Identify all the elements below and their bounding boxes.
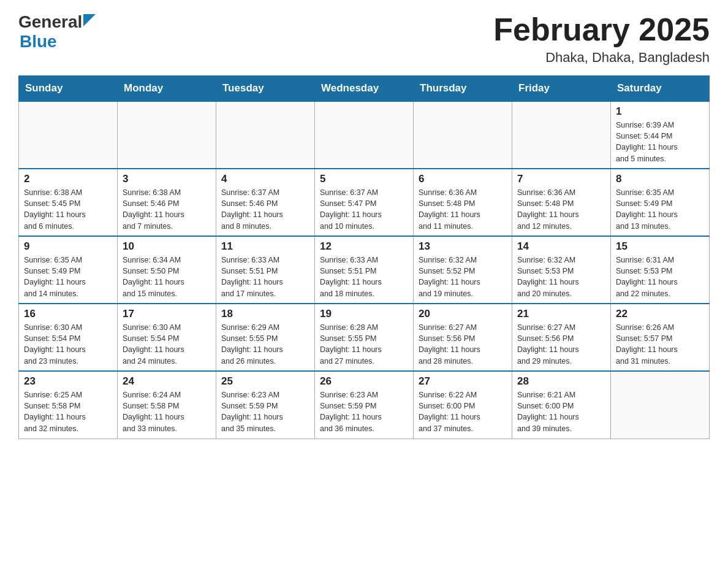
page-header: General Blue February 2025 Dhaka, Dhaka,… <box>18 12 710 66</box>
day-number: 24 <box>123 375 211 388</box>
day-number: 1 <box>616 105 704 118</box>
day-number: 22 <box>616 308 704 320</box>
day-number: 20 <box>419 308 507 320</box>
calendar-cell: 12Sunrise: 6:33 AMSunset: 5:51 PMDayligh… <box>315 236 414 304</box>
logo-triangle-icon <box>83 14 100 31</box>
day-info: Sunrise: 6:23 AMSunset: 5:59 PMDaylight:… <box>320 389 408 434</box>
day-number: 18 <box>221 308 309 320</box>
calendar-week-2: 2Sunrise: 6:38 AMSunset: 5:45 PMDaylight… <box>19 169 710 236</box>
calendar-cell: 14Sunrise: 6:32 AMSunset: 5:53 PMDayligh… <box>512 236 611 304</box>
weekday-header-monday: Monday <box>118 76 216 102</box>
calendar-cell: 6Sunrise: 6:36 AMSunset: 5:48 PMDaylight… <box>414 169 512 236</box>
day-info: Sunrise: 6:32 AMSunset: 5:52 PMDaylight:… <box>419 255 507 299</box>
calendar-cell: 27Sunrise: 6:22 AMSunset: 6:00 PMDayligh… <box>414 371 512 439</box>
day-number: 3 <box>123 173 211 185</box>
day-number: 4 <box>221 173 309 185</box>
calendar-cell: 28Sunrise: 6:21 AMSunset: 6:00 PMDayligh… <box>512 371 611 439</box>
calendar-week-3: 9Sunrise: 6:35 AMSunset: 5:49 PMDaylight… <box>19 236 710 304</box>
calendar-cell: 16Sunrise: 6:30 AMSunset: 5:54 PMDayligh… <box>19 304 118 371</box>
day-info: Sunrise: 6:23 AMSunset: 5:59 PMDaylight:… <box>221 389 309 434</box>
day-number: 19 <box>320 308 408 320</box>
day-info: Sunrise: 6:25 AMSunset: 5:58 PMDaylight:… <box>24 389 112 434</box>
calendar-week-4: 16Sunrise: 6:30 AMSunset: 5:54 PMDayligh… <box>19 304 710 371</box>
calendar-week-1: 1Sunrise: 6:39 AMSunset: 5:44 PMDaylight… <box>19 101 710 169</box>
calendar-cell <box>118 101 216 169</box>
calendar-cell: 13Sunrise: 6:32 AMSunset: 5:52 PMDayligh… <box>414 236 512 304</box>
calendar-cell: 7Sunrise: 6:36 AMSunset: 5:48 PMDaylight… <box>512 169 611 236</box>
day-number: 21 <box>517 308 605 320</box>
logo: General Blue <box>18 12 100 52</box>
calendar-cell: 23Sunrise: 6:25 AMSunset: 5:58 PMDayligh… <box>19 371 118 439</box>
day-number: 10 <box>123 240 211 253</box>
calendar-week-5: 23Sunrise: 6:25 AMSunset: 5:58 PMDayligh… <box>19 371 710 439</box>
calendar-cell: 4Sunrise: 6:37 AMSunset: 5:46 PMDaylight… <box>216 169 315 236</box>
month-title: February 2025 <box>493 12 710 47</box>
calendar-cell: 8Sunrise: 6:35 AMSunset: 5:49 PMDaylight… <box>611 169 710 236</box>
calendar-table: SundayMondayTuesdayWednesdayThursdayFrid… <box>18 75 710 439</box>
day-info: Sunrise: 6:21 AMSunset: 6:00 PMDaylight:… <box>517 389 605 434</box>
day-info: Sunrise: 6:30 AMSunset: 5:54 PMDaylight:… <box>24 322 112 367</box>
day-number: 27 <box>419 375 507 388</box>
day-number: 2 <box>24 173 112 185</box>
day-info: Sunrise: 6:34 AMSunset: 5:50 PMDaylight:… <box>123 255 211 299</box>
day-info: Sunrise: 6:36 AMSunset: 5:48 PMDaylight:… <box>517 187 605 232</box>
day-number: 23 <box>24 375 112 388</box>
day-info: Sunrise: 6:35 AMSunset: 5:49 PMDaylight:… <box>24 255 112 299</box>
day-info: Sunrise: 6:24 AMSunset: 5:58 PMDaylight:… <box>123 389 211 434</box>
weekday-header-saturday: Saturday <box>611 76 710 102</box>
day-info: Sunrise: 6:30 AMSunset: 5:54 PMDaylight:… <box>123 322 211 367</box>
calendar-cell: 24Sunrise: 6:24 AMSunset: 5:58 PMDayligh… <box>118 371 216 439</box>
calendar-cell: 3Sunrise: 6:38 AMSunset: 5:46 PMDaylight… <box>118 169 216 236</box>
calendar-cell: 20Sunrise: 6:27 AMSunset: 5:56 PMDayligh… <box>414 304 512 371</box>
day-number: 8 <box>616 173 704 185</box>
calendar-cell: 17Sunrise: 6:30 AMSunset: 5:54 PMDayligh… <box>118 304 216 371</box>
calendar-cell <box>512 101 611 169</box>
day-info: Sunrise: 6:32 AMSunset: 5:53 PMDaylight:… <box>517 255 605 299</box>
day-number: 25 <box>221 375 309 388</box>
day-info: Sunrise: 6:38 AMSunset: 5:45 PMDaylight:… <box>24 187 112 232</box>
day-number: 11 <box>221 240 309 253</box>
day-info: Sunrise: 6:35 AMSunset: 5:49 PMDaylight:… <box>616 187 704 232</box>
day-info: Sunrise: 6:22 AMSunset: 6:00 PMDaylight:… <box>419 389 507 434</box>
day-number: 14 <box>517 240 605 253</box>
weekday-header-thursday: Thursday <box>414 76 512 102</box>
weekday-header-sunday: Sunday <box>19 76 118 102</box>
day-number: 28 <box>517 375 605 388</box>
weekday-header-friday: Friday <box>512 76 611 102</box>
calendar-cell: 9Sunrise: 6:35 AMSunset: 5:49 PMDaylight… <box>19 236 118 304</box>
day-number: 16 <box>24 308 112 320</box>
day-info: Sunrise: 6:29 AMSunset: 5:55 PMDaylight:… <box>221 322 309 367</box>
day-number: 5 <box>320 173 408 185</box>
logo-blue-text: Blue <box>20 32 57 52</box>
day-info: Sunrise: 6:27 AMSunset: 5:56 PMDaylight:… <box>419 322 507 367</box>
day-info: Sunrise: 6:27 AMSunset: 5:56 PMDaylight:… <box>517 322 605 367</box>
day-number: 12 <box>320 240 408 253</box>
calendar-cell: 15Sunrise: 6:31 AMSunset: 5:53 PMDayligh… <box>611 236 710 304</box>
location-title: Dhaka, Dhaka, Bangladesh <box>493 50 710 66</box>
day-number: 6 <box>419 173 507 185</box>
calendar-cell: 19Sunrise: 6:28 AMSunset: 5:55 PMDayligh… <box>315 304 414 371</box>
day-number: 26 <box>320 375 408 388</box>
calendar-cell: 26Sunrise: 6:23 AMSunset: 5:59 PMDayligh… <box>315 371 414 439</box>
title-area: February 2025 Dhaka, Dhaka, Bangladesh <box>493 12 710 66</box>
calendar-cell <box>216 101 315 169</box>
calendar-cell: 22Sunrise: 6:26 AMSunset: 5:57 PMDayligh… <box>611 304 710 371</box>
day-number: 9 <box>24 240 112 253</box>
day-info: Sunrise: 6:39 AMSunset: 5:44 PMDaylight:… <box>616 120 704 164</box>
day-info: Sunrise: 6:38 AMSunset: 5:46 PMDaylight:… <box>123 187 211 232</box>
calendar-cell <box>611 371 710 439</box>
weekday-header-wednesday: Wednesday <box>315 76 414 102</box>
day-info: Sunrise: 6:36 AMSunset: 5:48 PMDaylight:… <box>419 187 507 232</box>
calendar-header-row: SundayMondayTuesdayWednesdayThursdayFrid… <box>19 76 710 102</box>
day-info: Sunrise: 6:33 AMSunset: 5:51 PMDaylight:… <box>221 255 309 299</box>
calendar-cell: 5Sunrise: 6:37 AMSunset: 5:47 PMDaylight… <box>315 169 414 236</box>
day-number: 13 <box>419 240 507 253</box>
calendar-cell <box>414 101 512 169</box>
calendar-cell: 11Sunrise: 6:33 AMSunset: 5:51 PMDayligh… <box>216 236 315 304</box>
weekday-header-tuesday: Tuesday <box>216 76 315 102</box>
calendar-cell: 2Sunrise: 6:38 AMSunset: 5:45 PMDaylight… <box>19 169 118 236</box>
calendar-cell: 21Sunrise: 6:27 AMSunset: 5:56 PMDayligh… <box>512 304 611 371</box>
calendar-cell: 18Sunrise: 6:29 AMSunset: 5:55 PMDayligh… <box>216 304 315 371</box>
logo-general-text: General <box>18 12 82 32</box>
day-number: 15 <box>616 240 704 253</box>
